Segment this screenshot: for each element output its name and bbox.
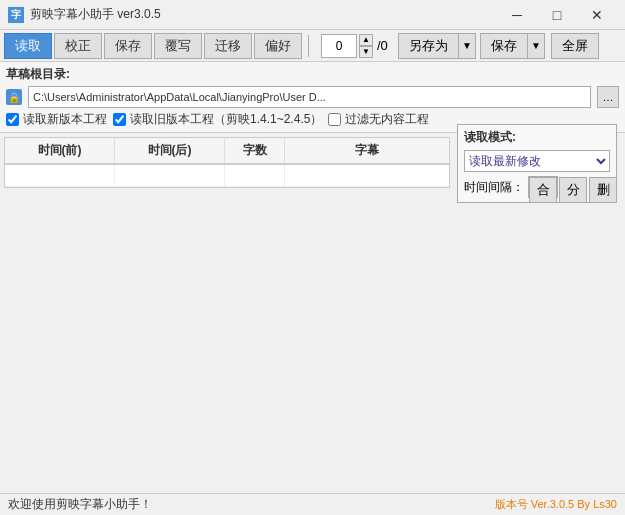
table-body [5,165,449,187]
checkbox-new-project: 读取新版本工程 [6,111,107,128]
checkbox-filter-empty: 过滤无内容工程 [328,111,429,128]
tab-preferences[interactable]: 偏好 [254,33,302,59]
save-as-button[interactable]: 另存为 [398,33,458,59]
page-spin-buttons: ▲ ▼ [359,34,373,58]
checkbox-new-project-input[interactable] [6,113,19,126]
header-count: 字数 [225,138,285,163]
page-down-button[interactable]: ▼ [359,46,373,58]
split-button[interactable]: 分 [559,177,587,203]
checkbox-old-project: 读取旧版本工程（剪映1.4.1~2.4.5） [113,111,322,128]
path-input[interactable] [28,86,591,108]
tab-read[interactable]: 读取 [4,33,52,59]
title-bar: 字 剪映字幕小助手 ver3.0.5 ─ □ ✕ [0,0,625,30]
maximize-button[interactable]: □ [537,0,577,30]
close-button[interactable]: ✕ [577,0,617,30]
separator [308,35,309,57]
page-up-button[interactable]: ▲ [359,34,373,46]
toolbar: 读取 校正 保存 覆写 迁移 偏好 ▲ ▼ /0 另存为 ▼ 保存 ▼ 全屏 [0,30,625,62]
header-time2: 时间(后) [115,138,225,163]
table-row [5,165,449,187]
save-as-split-button: 另存为 ▼ [398,33,476,59]
merge-button[interactable]: 合 [529,177,557,203]
table-header: 时间(前) 时间(后) 字数 字幕 [5,138,449,165]
fullscreen-button[interactable]: 全屏 [551,33,599,59]
tab-correct[interactable]: 校正 [54,33,102,59]
app-icon: 字 [8,7,24,23]
path-row: 🔒 … [6,86,619,108]
version-text: 版本号 Ver.3.0.5 By Ls30 [495,497,617,512]
read-mode-select[interactable]: 读取最新修改 [464,150,610,172]
minimize-button[interactable]: ─ [497,0,537,30]
checkbox-filter-empty-input[interactable] [328,113,341,126]
save-button[interactable]: 保存 [480,33,527,59]
directory-label: 草稿根目录: [6,66,70,83]
app-title: 剪映字幕小助手 ver3.0.5 [30,6,497,23]
save-as-dropdown-button[interactable]: ▼ [458,33,476,59]
page-total: /0 [377,38,388,53]
browse-button[interactable]: … [597,86,619,108]
read-mode-title: 读取模式: [464,129,610,146]
checkbox-old-project-input[interactable] [113,113,126,126]
subtitle-table: 时间(前) 时间(后) 字数 字幕 掮 客 解 密 www.qiankeim.c… [4,137,450,188]
checkbox-old-project-label: 读取旧版本工程（剪映1.4.1~2.4.5） [130,111,322,128]
header-subtitle: 字幕 [285,138,449,163]
save-split-button: 保存 ▼ [480,33,545,59]
directory-row: 草稿根目录: [6,66,619,83]
interval-label: 时间间隔： [464,179,524,196]
status-bar: 欢迎使用剪映字幕小助手！ 版本号 Ver.3.0.5 By Ls30 [0,493,625,515]
tab-migrate[interactable]: 迁移 [204,33,252,59]
tab-save[interactable]: 保存 [104,33,152,59]
welcome-text: 欢迎使用剪映字幕小助手！ [8,496,152,513]
lock-icon[interactable]: 🔒 [6,89,22,105]
save-dropdown-button[interactable]: ▼ [527,33,545,59]
checkbox-filter-empty-label: 过滤无内容工程 [345,111,429,128]
checkbox-new-project-label: 读取新版本工程 [23,111,107,128]
page-input-group: ▲ ▼ /0 [321,34,390,58]
tab-overwrite[interactable]: 覆写 [154,33,202,59]
header-time1: 时间(前) [5,138,115,163]
delete-button[interactable]: 删 [589,177,617,203]
current-page-input[interactable] [321,34,357,58]
settings-bar: 草稿根目录: 🔒 … 读取新版本工程 读取旧版本工程（剪映1.4.1~2.4.5… [0,62,625,133]
action-buttons: 合 分 删 [529,177,617,203]
window-controls: ─ □ ✕ [497,0,617,30]
